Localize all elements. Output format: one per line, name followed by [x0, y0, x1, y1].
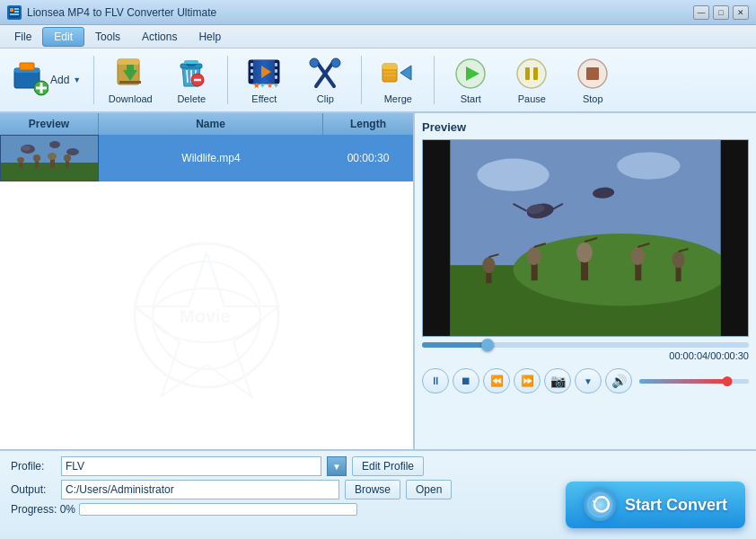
svg-point-38	[331, 58, 340, 67]
svg-rect-48	[533, 67, 538, 80]
window-controls: — □ ✕	[693, 5, 749, 20]
file-length: 00:00:30	[323, 152, 413, 164]
svg-point-37	[310, 58, 319, 67]
browse-button[interactable]: Browse	[345, 480, 400, 499]
pause-button[interactable]: Pause	[503, 51, 560, 109]
seek-bar[interactable]	[422, 342, 749, 348]
table-row[interactable]: Wildlife.mp4 00:00:30	[0, 135, 413, 181]
svg-point-82	[482, 257, 495, 273]
progress-label: Progress: 0%	[11, 503, 74, 516]
convert-icon	[584, 489, 616, 521]
profile-row: Profile: ▼ Edit Profile	[11, 456, 745, 476]
edit-profile-button[interactable]: Edit Profile	[352, 456, 424, 476]
convert-label: Start Convert	[625, 496, 727, 515]
preview-video	[422, 139, 749, 337]
playback-dropdown-button[interactable]: ▼	[575, 368, 602, 393]
svg-point-73	[617, 152, 680, 179]
start-button[interactable]: Start	[442, 51, 499, 109]
svg-point-54	[22, 146, 31, 151]
svg-marker-43	[400, 66, 411, 80]
profile-label: Profile:	[11, 460, 56, 473]
svg-rect-29	[275, 75, 277, 79]
app-title: Lionsea MP4 to FLV Converter Ultimate	[27, 6, 693, 19]
pause-ctrl-button[interactable]: ⏸	[422, 368, 449, 393]
svg-point-72	[477, 159, 549, 191]
svg-rect-1	[10, 8, 13, 12]
output-path-input[interactable]	[61, 480, 339, 499]
effect-icon: ★ ✦ ★ ✦	[246, 56, 282, 92]
pause-icon	[514, 56, 549, 92]
app-icon	[7, 5, 22, 20]
rewind-ctrl-button[interactable]: ⏪	[483, 368, 510, 393]
menu-actions[interactable]: Actions	[131, 28, 188, 46]
open-button[interactable]: Open	[406, 480, 452, 499]
svg-rect-12	[118, 59, 139, 65]
close-button[interactable]: ✕	[733, 5, 749, 20]
start-label: Start	[461, 93, 481, 104]
stop-ctrl-button[interactable]: ⏹	[453, 368, 479, 393]
svg-point-64	[64, 155, 71, 162]
delete-label: Delete	[177, 93, 206, 104]
stop-icon	[575, 56, 611, 92]
svg-rect-41	[383, 71, 396, 73]
profile-dropdown-button[interactable]: ▼	[327, 456, 347, 476]
download-label: Download	[109, 93, 153, 104]
clip-button[interactable]: Clip	[296, 51, 354, 109]
volume-slider[interactable]	[639, 379, 749, 384]
start-convert-button[interactable]: Start Convert	[566, 482, 745, 528]
volume-thumb	[722, 376, 732, 386]
download-button[interactable]: Download	[101, 51, 159, 109]
clip-icon	[307, 56, 343, 92]
toolbar-sep-3	[361, 56, 362, 104]
svg-rect-25	[251, 69, 253, 73]
file-name: Wildlife.mp4	[99, 152, 323, 164]
svg-point-85	[527, 247, 541, 265]
merge-label: Merge	[384, 93, 412, 104]
delete-button[interactable]: Delete	[163, 51, 220, 109]
effect-label: Effect	[251, 93, 277, 104]
svg-rect-96	[423, 140, 450, 336]
toolbar: Add ▼ Download	[0, 49, 756, 113]
svg-rect-28	[275, 69, 277, 73]
seek-thumb[interactable]	[481, 339, 494, 351]
svg-rect-24	[251, 63, 253, 66]
pause-label: Pause	[518, 93, 546, 104]
snapshot-ctrl-button[interactable]: 📷	[544, 368, 571, 393]
svg-point-56	[66, 148, 79, 155]
stop-button[interactable]: Stop	[564, 51, 621, 109]
profile-select[interactable]	[61, 456, 321, 476]
add-dropdown-arrow[interactable]: ▼	[73, 75, 81, 84]
volume-ctrl-button[interactable]: 🔊	[605, 368, 632, 393]
menu-file[interactable]: File	[4, 28, 42, 46]
svg-point-88	[576, 243, 593, 262]
forward-ctrl-button[interactable]: ⏩	[514, 368, 541, 393]
svg-point-60	[33, 155, 40, 162]
svg-rect-50	[586, 67, 599, 80]
output-label: Output:	[11, 483, 56, 496]
svg-rect-26	[251, 75, 253, 79]
preview-title: Preview	[422, 120, 749, 134]
svg-rect-2	[14, 8, 19, 10]
file-list-header: Preview Name Length	[0, 113, 413, 135]
menu-edit[interactable]: Edit	[42, 27, 84, 47]
col-header-length: Length	[323, 113, 413, 135]
add-button[interactable]: Add ▼	[7, 51, 86, 109]
minimize-button[interactable]: —	[693, 5, 709, 20]
toolbar-sep-2	[227, 56, 228, 104]
merge-icon	[380, 56, 416, 92]
menu-bar: File Edit Tools Actions Help	[0, 25, 756, 49]
svg-point-58	[17, 157, 24, 163]
svg-text:✦: ✦	[259, 82, 266, 90]
effect-button[interactable]: ★ ✦ ★ ✦ Effect	[235, 51, 293, 109]
menu-help[interactable]: Help	[188, 28, 232, 46]
svg-rect-15	[119, 81, 141, 84]
file-thumbnail	[0, 135, 99, 181]
svg-rect-27	[275, 63, 277, 66]
menu-tools[interactable]: Tools	[84, 28, 131, 46]
seek-bar-container	[422, 342, 749, 348]
merge-button[interactable]: Merge	[369, 51, 426, 109]
time-display: 00:00:04/00:00:30	[422, 350, 749, 361]
svg-text:Movie: Movie	[180, 306, 231, 326]
maximize-button[interactable]: □	[713, 5, 729, 20]
col-header-name: Name	[99, 113, 323, 135]
